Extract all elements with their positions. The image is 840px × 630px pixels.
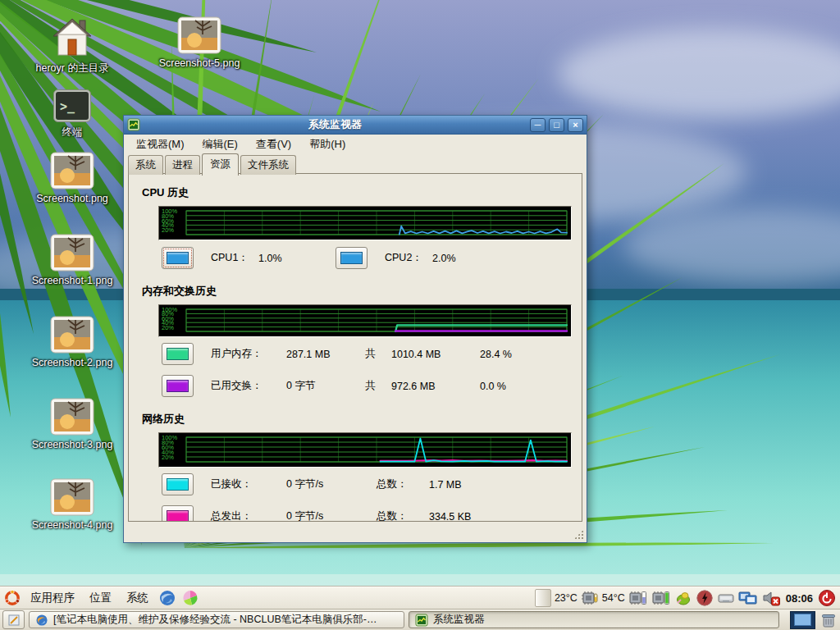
multimedia-launcher-icon[interactable] bbox=[181, 589, 199, 607]
tabstrip: 系统 进程 资源 文件系统 bbox=[124, 154, 587, 175]
cpu1-value: 1.0% bbox=[258, 253, 299, 264]
task-label: [笔记本电脑使用、维护及保修经验交流 - NBCLUB笔记本电脑俱乐部-… bbox=[53, 613, 377, 627]
trash-icon[interactable] bbox=[819, 611, 838, 629]
svg-text:20%: 20% bbox=[162, 454, 174, 461]
desktop-icon-screenshot[interactable]: Screenshot.png bbox=[27, 152, 117, 204]
cpu-temp-value: 23°C bbox=[555, 592, 578, 604]
ubuntu-logo-icon[interactable] bbox=[4, 590, 21, 606]
memory-history-graph: 100%80%60%40%20% bbox=[158, 304, 572, 337]
memory-history-heading: 内存和交换历史 bbox=[142, 284, 582, 298]
cpu-history-heading: CPU 历史 bbox=[142, 185, 582, 199]
cpu1-color-swatch-button[interactable] bbox=[162, 247, 194, 269]
applet-handle[interactable] bbox=[535, 589, 551, 607]
resize-grip[interactable] bbox=[573, 529, 584, 540]
cpu-temp-chip-icon[interactable] bbox=[581, 590, 599, 606]
received-color-swatch-button[interactable] bbox=[162, 473, 194, 495]
system-menu[interactable]: 系统 bbox=[121, 589, 153, 607]
received-label: 已接收： bbox=[211, 477, 286, 491]
menu-help[interactable]: 帮助(H) bbox=[302, 135, 353, 153]
network-history-heading: 网络历史 bbox=[142, 412, 582, 426]
desktop-icon-label: Screenshot.png bbox=[36, 193, 108, 204]
workspace-switcher[interactable] bbox=[790, 611, 815, 629]
maximize-button[interactable]: □ bbox=[549, 118, 564, 132]
image-thumbnail-icon bbox=[50, 398, 94, 436]
bottom-panel: 应用程序 位置 系统 23°C 54°C bbox=[0, 587, 840, 609]
net-sent-legend-row: 总发出： 0 字节/s 总数： 334.5 KB bbox=[162, 505, 582, 522]
menubar: 监视器(M) 编辑(E) 查看(V) 帮助(H) bbox=[124, 135, 587, 154]
update-notifier-icon[interactable] bbox=[674, 590, 692, 606]
show-desktop-button[interactable] bbox=[2, 610, 25, 629]
desktop-icon-label: Screenshot-5.png bbox=[159, 57, 240, 69]
received-value: 0 字节/s bbox=[286, 477, 377, 491]
system-monitor-window: 系统监视器 ─ □ × 监视器(M) 编辑(E) 查看(V) 帮助(H) 系统 … bbox=[123, 115, 587, 543]
task-button-system-monitor[interactable]: 系统监视器 bbox=[409, 611, 779, 628]
desktop-icon-screenshot2[interactable]: Screenshot-2.png bbox=[27, 316, 117, 368]
swap-color-swatch-button[interactable] bbox=[162, 375, 194, 397]
cpu2-color-swatch-button[interactable] bbox=[336, 247, 368, 269]
user-memory-total: 1010.4 MB bbox=[391, 349, 480, 360]
task-button-browser[interactable]: [笔记本电脑使用、维护及保修经验交流 - NBCLUB笔记本电脑俱乐部-… bbox=[29, 611, 404, 628]
menu-monitor[interactable]: 监视器(M) bbox=[129, 135, 192, 153]
minimize-button[interactable]: ─ bbox=[530, 118, 546, 132]
gpu-temp-value: 54°C bbox=[602, 592, 625, 604]
clock[interactable]: 08:06 bbox=[784, 592, 815, 605]
desktop-icon-screenshot3[interactable]: Screenshot-3.png bbox=[27, 398, 117, 450]
sent-total-label: 总数： bbox=[377, 509, 429, 522]
system-tray: 23°C 54°C bbox=[535, 589, 836, 607]
menu-edit[interactable]: 编辑(E) bbox=[195, 135, 245, 153]
image-thumbnail-icon bbox=[50, 234, 94, 272]
gpu-temp-chip-icon[interactable] bbox=[628, 590, 648, 606]
desktop-icon-screenshot4[interactable]: Screenshot-4.png bbox=[27, 478, 117, 531]
tab-filesystems[interactable]: 文件系统 bbox=[240, 155, 296, 175]
taskbar: [笔记本电脑使用、维护及保修经验交流 - NBCLUB笔记本电脑俱乐部-… 系统… bbox=[0, 609, 840, 630]
swap-label: 已用交换： bbox=[211, 379, 286, 393]
system-monitor-task-icon bbox=[415, 614, 428, 627]
window-titlebar[interactable]: 系统监视器 ─ □ × bbox=[124, 116, 587, 135]
of-label: 共 bbox=[365, 347, 391, 361]
desktop-icon-screenshot1[interactable]: Screenshot-1.png bbox=[27, 234, 117, 286]
places-menu[interactable]: 位置 bbox=[84, 589, 116, 607]
menu-view[interactable]: 查看(V) bbox=[249, 135, 299, 153]
desktop-icon-label: Screenshot-3.png bbox=[32, 439, 113, 450]
panel-menus: 应用程序 位置 系统 bbox=[4, 589, 199, 607]
received-total: 1.7 MB bbox=[429, 479, 462, 491]
tab-system[interactable]: 系统 bbox=[128, 155, 163, 175]
browser-launcher-icon[interactable] bbox=[158, 589, 176, 607]
tab-processes[interactable]: 进程 bbox=[165, 155, 200, 175]
memory-legend-row: 用户内存： 287.1 MB 共 1010.4 MB 28.4 % bbox=[162, 343, 582, 365]
swap-total: 972.6 MB bbox=[391, 381, 480, 392]
swap-value: 0 字节 bbox=[286, 379, 365, 393]
svg-text:20%: 20% bbox=[162, 324, 174, 331]
user-memory-color-swatch-button[interactable] bbox=[162, 343, 194, 365]
user-memory-value: 287.1 MB bbox=[286, 349, 365, 360]
desktop-icon-screenshot5[interactable]: Screenshot-5.png bbox=[154, 16, 244, 69]
show-desktop-icon bbox=[8, 614, 20, 626]
tab-resources[interactable]: 资源 bbox=[202, 153, 239, 176]
cpu2-value: 2.0% bbox=[432, 253, 473, 264]
resources-tab-page: CPU 历史 100%80%60%40%20% CPU1： 1.0% CPU2：… bbox=[128, 173, 582, 522]
cpu-legend-row: CPU1： 1.0% CPU2： 2.0% bbox=[162, 247, 582, 269]
applications-menu[interactable]: 应用程序 bbox=[25, 589, 80, 607]
image-thumbnail-icon bbox=[50, 316, 94, 354]
desktop-icon-terminal[interactable]: >_ 终端 bbox=[27, 89, 117, 138]
desktop-icon-label: Screenshot-1.png bbox=[32, 275, 113, 286]
sent-color-swatch-button[interactable] bbox=[162, 505, 194, 522]
desktop-icon-home[interactable]: heroyr 的主目录 bbox=[27, 16, 117, 74]
cpu-history-graph: 100%80%60%40%20% bbox=[158, 206, 572, 240]
system-monitor-app-icon bbox=[127, 118, 140, 131]
network-monitor-icon[interactable] bbox=[738, 590, 758, 606]
battery-chip-icon[interactable] bbox=[651, 590, 671, 606]
window-title: 系统监视器 bbox=[144, 117, 527, 132]
touchpad-icon[interactable] bbox=[717, 591, 735, 605]
network-history-graph: 100%80%60%40%20% bbox=[158, 432, 572, 468]
sent-label: 总发出： bbox=[211, 509, 286, 522]
shutdown-icon[interactable] bbox=[818, 589, 836, 607]
close-button[interactable]: × bbox=[568, 118, 583, 132]
swap-percent: 0.0 % bbox=[480, 381, 506, 392]
cpu2-label: CPU2： bbox=[385, 251, 432, 265]
power-manager-icon[interactable] bbox=[696, 589, 714, 607]
volume-muted-icon[interactable] bbox=[761, 590, 781, 606]
image-thumbnail-icon bbox=[50, 152, 94, 189]
image-thumbnail-icon bbox=[177, 16, 221, 54]
sent-value: 0 字节/s bbox=[286, 509, 377, 522]
